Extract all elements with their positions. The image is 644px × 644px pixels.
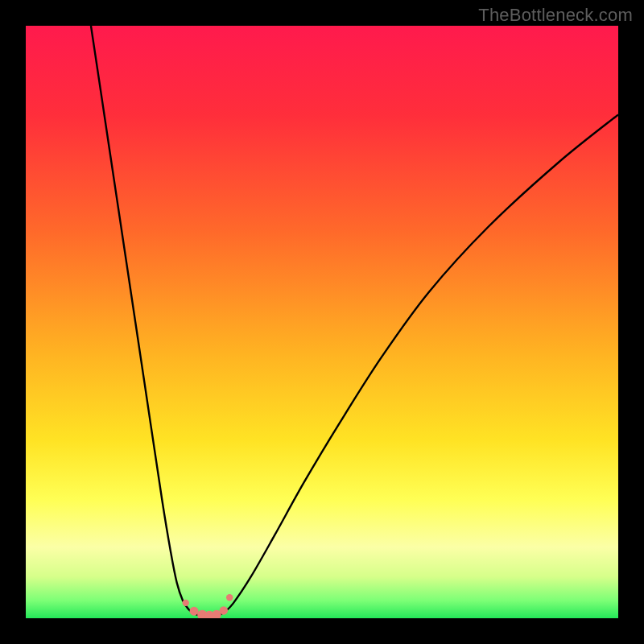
valley-marker	[220, 606, 228, 614]
chart-svg	[26, 26, 618, 618]
gradient-background	[26, 26, 618, 618]
valley-marker	[183, 600, 189, 606]
watermark-text: TheBottleneck.com	[478, 5, 633, 26]
chart-frame: TheBottleneck.com	[0, 0, 644, 644]
valley-marker	[226, 594, 233, 601]
valley-marker	[190, 607, 199, 616]
plot-area	[26, 26, 618, 618]
